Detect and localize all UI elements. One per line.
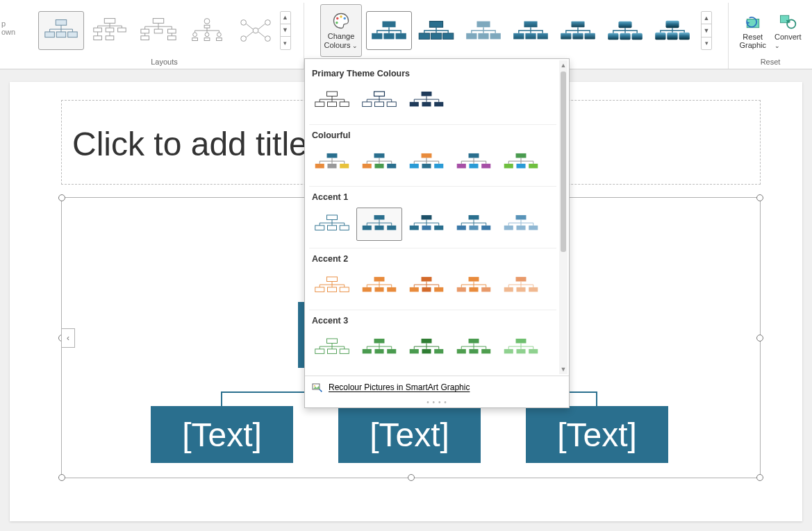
colour-option-colourful-5[interactable] <box>498 146 544 179</box>
style-thumb-3[interactable] <box>461 11 506 50</box>
svg-rect-105 <box>410 226 419 230</box>
dropdown-scrollbar[interactable]: ▲ ▼ <box>559 60 567 374</box>
style-thumb-7[interactable] <box>649 11 695 50</box>
svg-rect-115 <box>529 226 538 230</box>
colour-option-primary-1[interactable] <box>309 84 355 117</box>
svg-rect-35 <box>383 33 394 40</box>
colour-option-accent3-4[interactable] <box>451 331 497 364</box>
layouts-gallery-spinner[interactable]: ▲ ▼ ▾ <box>280 11 291 50</box>
colour-option-colourful-3[interactable] <box>404 146 449 179</box>
svg-rect-132 <box>516 277 527 282</box>
scroll-down-icon[interactable]: ▼ <box>702 24 711 37</box>
colour-option-accent2-1[interactable] <box>309 269 355 303</box>
svg-rect-122 <box>374 287 383 292</box>
svg-rect-9 <box>106 35 114 40</box>
layouts-gallery <box>38 11 279 50</box>
colour-option-accent1-2[interactable] <box>356 208 402 241</box>
style-thumb-5[interactable] <box>555 11 601 50</box>
svg-rect-108 <box>469 215 479 220</box>
colour-option-accent1-5[interactable] <box>498 208 544 241</box>
layout-thumb-5[interactable] <box>233 11 279 50</box>
layout-thumb-1[interactable] <box>38 11 84 50</box>
reset-graphic-button[interactable]: Reset Graphic <box>736 10 769 51</box>
colour-option-accent2-2[interactable] <box>356 269 402 303</box>
style-thumb-1[interactable] <box>366 11 412 50</box>
svg-rect-93 <box>504 164 513 169</box>
expand-gallery-icon[interactable]: ▾ <box>281 37 290 49</box>
colour-option-accent2-4[interactable] <box>451 269 497 303</box>
colour-option-colourful-1[interactable] <box>309 146 355 179</box>
svg-rect-21 <box>192 37 197 40</box>
ribbon-truncated-group: p own <box>0 19 15 36</box>
style-thumb-6[interactable] <box>602 11 648 50</box>
colour-option-accent2-5[interactable] <box>498 269 544 303</box>
svg-rect-129 <box>457 287 466 292</box>
scrollbar-thumb[interactable] <box>561 71 566 252</box>
svg-rect-79 <box>340 164 349 169</box>
svg-rect-104 <box>422 215 432 220</box>
colour-option-accent1-4[interactable] <box>451 208 497 241</box>
layout-thumb-2[interactable] <box>87 11 133 50</box>
svg-rect-73 <box>410 102 419 107</box>
colour-option-colourful-4[interactable] <box>451 146 497 179</box>
scroll-up-icon[interactable]: ▲ <box>281 12 290 24</box>
colour-option-colourful-2[interactable] <box>356 146 402 179</box>
smartart-node-child-3[interactable]: [Text] <box>526 406 668 463</box>
colour-option-primary-2[interactable] <box>356 84 402 117</box>
style-thumb-4[interactable] <box>508 11 554 50</box>
svg-rect-136 <box>327 339 338 344</box>
colour-option-accent3-1[interactable] <box>309 331 355 364</box>
dd-row-accent1 <box>309 206 556 248</box>
dropdown-resize-grip[interactable]: • • • • <box>305 398 569 407</box>
svg-rect-71 <box>387 102 396 107</box>
svg-rect-13 <box>154 29 163 33</box>
layout-thumb-3[interactable] <box>135 11 181 50</box>
svg-rect-98 <box>327 226 336 230</box>
svg-rect-139 <box>340 349 349 354</box>
svg-rect-103 <box>387 226 396 230</box>
svg-point-19 <box>205 32 209 36</box>
smartart-node-child-2[interactable]: [Text] <box>338 406 481 463</box>
svg-rect-127 <box>434 287 443 292</box>
svg-rect-48 <box>538 33 548 40</box>
scroll-up-icon[interactable]: ▲ <box>559 60 567 70</box>
colour-option-accent3-2[interactable] <box>356 331 402 364</box>
svg-rect-144 <box>422 339 432 344</box>
svg-rect-4 <box>104 18 115 23</box>
svg-rect-145 <box>410 349 419 354</box>
svg-point-16 <box>204 18 210 24</box>
svg-rect-109 <box>457 226 466 230</box>
scroll-down-icon[interactable]: ▼ <box>281 24 290 37</box>
svg-rect-34 <box>372 33 382 40</box>
styles-gallery-spinner[interactable]: ▲ ▼ ▾ <box>701 11 712 50</box>
expand-gallery-icon[interactable]: ▾ <box>702 37 711 49</box>
style-thumb-2[interactable] <box>413 11 459 50</box>
scroll-down-icon[interactable]: ▼ <box>559 364 567 374</box>
colour-option-accent1-3[interactable] <box>404 208 449 241</box>
svg-rect-23 <box>216 37 222 40</box>
title-placeholder-text[interactable]: Click to add title <box>72 125 308 163</box>
colour-option-accent1-1[interactable] <box>309 208 355 241</box>
layout-thumb-4[interactable] <box>184 11 230 50</box>
smartart-node-child-1[interactable]: [Text] <box>151 406 293 463</box>
svg-point-18 <box>192 32 197 36</box>
svg-point-157 <box>314 385 315 387</box>
colour-option-accent2-3[interactable] <box>404 269 449 303</box>
colour-option-primary-3[interactable] <box>404 84 449 117</box>
colour-option-accent3-5[interactable] <box>498 331 544 364</box>
change-colours-label: Change Colours ⌄ <box>324 32 358 49</box>
svg-rect-107 <box>434 226 443 230</box>
svg-rect-124 <box>422 277 432 282</box>
svg-rect-114 <box>516 226 525 230</box>
recolour-pictures-menuitem[interactable]: Recolour Pictures in SmartArt Graphic <box>305 376 569 398</box>
change-colours-button[interactable]: Change Colours ⌄ <box>320 4 362 57</box>
svg-point-25 <box>253 28 258 33</box>
colour-option-accent3-3[interactable] <box>404 331 449 364</box>
svg-rect-65 <box>315 102 324 107</box>
svg-rect-78 <box>327 164 336 169</box>
svg-rect-123 <box>387 287 396 292</box>
svg-rect-143 <box>387 349 396 354</box>
convert-button[interactable]: Convert⌄ <box>772 10 804 51</box>
scroll-up-icon[interactable]: ▲ <box>702 12 711 24</box>
svg-rect-40 <box>443 33 454 40</box>
